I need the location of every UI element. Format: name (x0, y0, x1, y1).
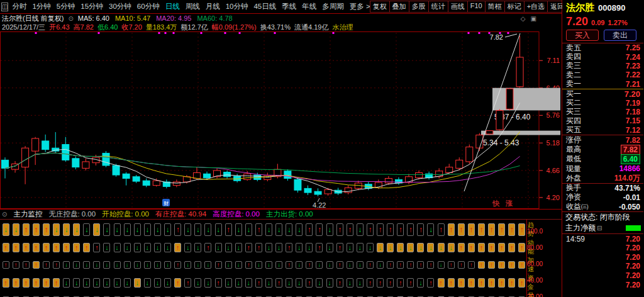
signal-cell: ↑ (13, 278, 19, 288)
signal-cell: ↓ (275, 243, 282, 252)
toolbar-button-多股[interactable]: 多股 (409, 1, 429, 13)
chart-column: ◫ 分时1分钟5分钟15分钟30分钟60分钟日线周线月线10分钟45日线季线年线… (0, 0, 562, 297)
signal-cell: ↓ (93, 278, 100, 288)
signal-cell: ↓ (63, 261, 70, 269)
toolbar-button-F10[interactable]: F10 (467, 1, 486, 13)
monitor-grid: ↓↓↑↑↑↓↓↓↓↓↓↓↓↓↓↓↓↑↓↓↓↓↑↓↓↑↓↓↓↓↑↑↓↑↑↓↑↑↑↑… (0, 220, 526, 297)
period-tab-10分钟[interactable]: 10分钟 (226, 2, 248, 11)
signal-cell: ↓ (73, 278, 80, 288)
toolbar-button-简框[interactable]: 简框 (485, 1, 505, 13)
toolbar-button-复权[interactable]: 复权 (370, 1, 390, 13)
signal-cell: ↑ (33, 223, 40, 236)
period-tab-60分钟[interactable]: 60分钟 (137, 2, 160, 11)
diamond-icon[interactable]: ◇ (521, 15, 526, 22)
signal-cell: ↓ (83, 278, 90, 288)
signal-cell: ↓ (134, 261, 141, 269)
queue-row-卖一[interactable]: 卖一7.21 (562, 80, 643, 89)
period-tab-月线[interactable]: 月线 (206, 2, 220, 11)
signal-cell: ↓ (194, 223, 201, 236)
buy-button[interactable]: 买入 (566, 30, 599, 41)
netflow-label: 主力净额 (565, 223, 596, 233)
period-tab-分时[interactable]: 分时 (12, 2, 26, 11)
signal-cell: ↓ (296, 278, 303, 288)
signal-cell: ↓ (225, 243, 232, 252)
ma-value: MA20: 4.95 (156, 14, 191, 22)
signal-cell: ↑ (13, 261, 19, 269)
info-value: 7.82 (621, 145, 640, 155)
queue-price: 7.18 (626, 108, 640, 116)
signal-cell: ↑ (458, 278, 465, 288)
toolbar-buttons: 复权叠加多股统计画线F10简框标记+自选返回 (370, 1, 567, 13)
period-tab-45日线[interactable]: 45日线 (253, 2, 276, 11)
signal-cell: ↑ (458, 261, 465, 269)
tick-time: 14:59 (566, 235, 585, 244)
period-tab-30分钟[interactable]: 30分钟 (109, 2, 131, 11)
signal-cell: ↑ (508, 278, 515, 288)
candlestick-chart[interactable]: 7.116.405.765.184.664.205.87 - 6.405.34 … (0, 31, 562, 209)
signal-cell: ↑ (347, 223, 353, 236)
signal-cell: ↓ (235, 261, 242, 269)
queue-price: 7.22 (626, 70, 640, 79)
signal-cell: ↓ (296, 261, 303, 269)
signal-cell: ↓ (13, 223, 19, 236)
signal-cell: ↑ (478, 243, 485, 252)
signal-cell: ↑ (93, 243, 100, 252)
toolbar-button-叠加[interactable]: 叠加 (389, 1, 409, 13)
svg-text:4.22: 4.22 (313, 201, 326, 209)
signal-cell: ↑ (448, 261, 455, 269)
signal-cell: ↓ (134, 278, 141, 288)
tick-price: 7.20 (626, 235, 640, 244)
signal-cell: ↓ (103, 243, 110, 252)
signal-cell: ↓ (407, 243, 414, 252)
axis-tick-label: 20.00 (527, 286, 547, 297)
signal-cell: ↓ (235, 223, 242, 236)
period-tab-更多 >[interactable]: 更多 > (350, 2, 370, 11)
stock-name: 法尔胜 (566, 2, 594, 14)
signal-cell: ↓ (245, 223, 252, 236)
monitor-stat: 主力监控 (13, 210, 42, 219)
signal-cell: ↑ (3, 278, 9, 288)
collapse-chevron-icon[interactable]: ⊙ (2, 211, 7, 218)
queue-price: 7.21 (626, 80, 640, 89)
layout-icon[interactable]: ◫ (1, 3, 8, 11)
ma-value: MA5: 6.40 (78, 14, 109, 22)
monitor-stat: 有庄控盘: 40.94 (155, 210, 206, 219)
period-tab-5分钟[interactable]: 5分钟 (57, 2, 75, 11)
period-tab-周线[interactable]: 周线 (186, 2, 200, 11)
period-tab-1分钟[interactable]: 1分钟 (32, 2, 50, 11)
tick-list: 14:597.207.207.207.207.207.20 (562, 233, 643, 289)
toolbar-button-画线[interactable]: 画线 (448, 1, 468, 13)
signal-cell: ↑ (498, 278, 505, 288)
period-tab-季线[interactable]: 季线 (282, 2, 296, 11)
signal-cell: ↑ (255, 278, 262, 288)
toolbar-button-统计[interactable]: 统计 (428, 1, 448, 13)
signal-cell: ↓ (397, 243, 404, 252)
info-row-现量: 现量14866 (562, 164, 643, 173)
period-tab-15分钟[interactable]: 15分钟 (80, 2, 103, 11)
collapse-chevron-icon[interactable]: ⊙ (68, 15, 73, 22)
signal-cell: ↓ (235, 243, 242, 252)
queue-price: 7.19 (626, 99, 640, 108)
monitor-stat: 高度控盘: 0.00 (213, 210, 260, 219)
queue-row-买五[interactable]: 买五7.12 (562, 126, 643, 135)
signal-cell: ↑ (367, 261, 374, 269)
netflow-detail-icon[interactable]: ⊟ (597, 225, 602, 232)
toolbar-button-标记[interactable]: 标记 (504, 1, 525, 13)
toolbar-button-+自选[interactable]: +自选 (524, 1, 548, 13)
signal-cell: ↑ (255, 243, 262, 252)
signal-cell: ↓ (225, 278, 232, 288)
signal-cell: ↑ (174, 223, 181, 236)
tick-price: 7.20 (626, 253, 640, 262)
signal-cell: ↓ (134, 243, 141, 252)
sell-button[interactable]: 卖出 (604, 30, 636, 41)
signal-cell: ↑ (427, 261, 434, 269)
tick-price: 7.20 (626, 271, 640, 280)
window-icon[interactable]: ▣ (531, 15, 536, 22)
signal-cell: ↑ (53, 243, 60, 252)
period-tab-多周期[interactable]: 多周期 (322, 2, 344, 11)
period-toolbar: ◫ 分时1分钟5分钟15分钟30分钟60分钟日线周线月线10分钟45日线季线年线… (0, 0, 562, 14)
signal-cell: ↓ (164, 261, 171, 269)
period-tab-日线[interactable]: 日线 (165, 2, 180, 11)
period-tab-年线[interactable]: 年线 (302, 2, 316, 11)
signal-cell: ↓ (326, 278, 333, 288)
